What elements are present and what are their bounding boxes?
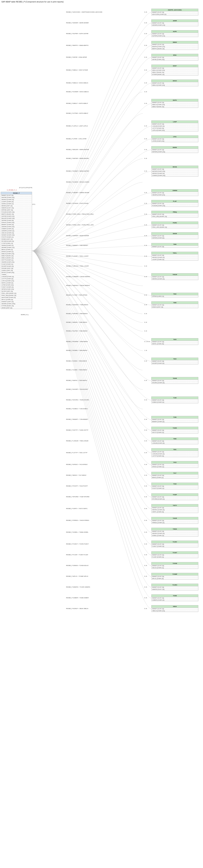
cardinality-label: 0..N (144, 11, 147, 13)
entity-field: GSBER [CHAR (4)] (152, 599, 198, 601)
cardinality-label: 0..N (144, 213, 147, 215)
cardinality-label: 0..N (144, 294, 147, 296)
relation-label: RESBD_P-SOBSL = T460A-SOBSL (66, 531, 88, 533)
cardinality-label: 0..N (144, 586, 147, 588)
entity-header: EKKO (152, 80, 198, 82)
entity-field: MEINS [UNIT (3)] (1, 205, 32, 207)
entity-header: T437V (152, 504, 198, 507)
relation-label: RESBD_P-ROKME = T006-MSEHI (66, 341, 88, 342)
entity-target: T300MANDT [CLNT (3)]LGNUM [CHAR (3)] (151, 437, 198, 444)
entity-field: OBJNR [CHAR (22)] (1, 261, 32, 263)
entity-field: EKGRP [CHAR (3)] (152, 362, 198, 364)
relation-label: RESBD_P-EKORG = T024E-EKORG (66, 399, 89, 401)
entity-field: MANDT [CLNT (3)] (152, 474, 198, 476)
entity-field: ADVCODE [CHAR (2)] (152, 13, 198, 15)
relation-label: RESBD_P-LGORT = T001L-LGORT (66, 255, 88, 257)
entity-field: MANDT [CLNT (3)] (152, 203, 198, 205)
entity-field: ERSKZ [CHAR (1)] (1, 251, 32, 253)
relation-label: RESBD_P-LGTYP = T301-LGTYP (66, 452, 87, 454)
entity-field: MANDT [CLNT (3)] (152, 608, 198, 610)
entity-header: T001W (152, 273, 198, 276)
relation-label: RESBD_P-SERNR = SNUM-SERNR (66, 235, 89, 237)
entity-field: MFLIC [CHAR (3)] (152, 578, 198, 580)
relation-label: RESBD_P-FLGAT = TCA07-FLGAT (66, 554, 88, 556)
entity-field: MATKL [CHAR (9)] (152, 343, 198, 345)
entity-field: MANDT [CLNT (3)] (152, 138, 198, 140)
entity-field: ERSKZ [CHAR (1)] (152, 466, 198, 468)
entity-header: TCK08 (152, 562, 198, 565)
entity-field: BNFPO [NUMC (5)] (152, 48, 198, 50)
cardinality-label: 0..N (144, 321, 147, 323)
entity-field: BANFN [CHAR (10)] (152, 45, 198, 48)
entity-field: ERFME [UNIT (3)] (1, 209, 32, 211)
relation-label: RESBD_P-AENNR = AENR-AENNR (66, 22, 89, 24)
entity-field: POSTP [CHAR (1)] (152, 487, 198, 489)
entity-header: T300 (152, 438, 198, 440)
entity-target: EBANMANDT [CLNT (3)]BANFN [CHAR (10)]BNF… (151, 41, 198, 50)
entity-header: PURG (152, 222, 198, 224)
entity-field: SOBSL [CHAR (2)] (152, 534, 198, 536)
relation-label: RESBD_P-UMLGO = T001L-LGORT (66, 265, 89, 267)
entity-target: T418MANDT [CLNT (3)]POSTP [CHAR (1)] (151, 483, 198, 489)
entity-field: MANDT [CLNT (3)] (152, 254, 198, 256)
entity-header: TC29V (152, 541, 198, 543)
entity-header: T148 (152, 397, 198, 399)
entity-target: T000MANDT [CLNT (3)] (151, 243, 198, 248)
entity-target: PREQMANDT [CLNT (3)]PRIO_REQ [NUMC (3)] (151, 211, 198, 218)
relation-label: RESBD_P-NOMAT = MARA-MATNR (66, 170, 89, 172)
entity-header: AENR (152, 20, 198, 22)
entity-header: T000 (152, 243, 198, 246)
entity-field: LIFNR [CHAR (10)] (1, 284, 32, 286)
relation-label: RESBD_P-BNFPO = EBAN-BNFPO (66, 44, 88, 46)
relation-label: RESBD_P-PLNUM = PLAF-PLNUM (66, 203, 88, 204)
entity-resbd-p: RESBD_P MANDT [CLNT (3)]MATNR [CHAR (18)… (1, 192, 32, 309)
entity-target: VBUKMANDT [CLNT (3)]VBELN [CHAR (10)] (151, 605, 198, 612)
relation-label: RESBD_P-UMWRK = T001W-WERKS (66, 276, 90, 277)
cardinality-label: 0..N (144, 276, 147, 277)
cardinality-label: 0..N (144, 496, 147, 498)
entity-field: EBELE [NUMC (4)] (1, 257, 32, 259)
relation-label: RESBD_P-LGPLA = LAGP-LGPLA (66, 125, 88, 127)
cardinality-label: 0..N (144, 158, 147, 159)
entity-field: MATNR [CHAR (18)] (152, 170, 198, 173)
entity-field: PRIO_URG [NUMC (2)] (1, 292, 32, 294)
entity-field: BEIKZ [CHAR (1)] (1, 249, 32, 251)
page-title: SAP ABAP table RESBD_P (Component struct… (0, 0, 203, 3)
entity-field: MANDT [CLNT (3)] (152, 341, 198, 343)
cardinality-label: 0..N (144, 224, 147, 226)
card-more: MORE (X.1) (21, 314, 28, 315)
entity-header: T301 (152, 448, 198, 451)
entity-field: MANDT [CLNT (3)] (152, 101, 198, 104)
entity-field: KNTTP [CHAR (1)] (152, 431, 198, 433)
entity-field: BNFPO [NUMC (5)] (1, 213, 32, 215)
entity-field: THREE_ ... (1, 274, 32, 276)
entity-field: EBELN [CHAR (10)] (152, 104, 198, 106)
entity-field: WERKS [CHAR (4)] (152, 173, 198, 175)
entity-field: AENNR [CHAR (12)] (1, 247, 32, 249)
entity-field: LTXSP [LANG (1)] (1, 242, 32, 244)
entity-header: TCURC (152, 584, 198, 586)
entity-target: T002SPRAS [LANG (1)] (151, 293, 198, 298)
entity-field: MANDT [CLNT (3)] (152, 485, 198, 487)
entity-target: TCA07MANDT [CLNT (3)]FLGAT [CHAR (1)] (151, 551, 198, 558)
entity-header: T001L (152, 252, 198, 254)
cardinality-label: 0..N (144, 44, 147, 46)
entity-field: MANDT [CLNT (3)] (152, 33, 198, 35)
entity-header: T441R (152, 517, 198, 520)
entity-field: WAERS [CUKY (5)] (1, 207, 32, 209)
entity-field: LGTYP [CHAR (3)] (152, 455, 198, 457)
cardinality-label: 0..N (144, 554, 147, 556)
entity-header: T156 (152, 416, 198, 418)
cardinality-label: 0..N (144, 313, 147, 314)
relation-label: RESBD_P-ROMEI = T006-MSEHI (66, 350, 87, 351)
relation-label: RESBD_P-ERSKZ = T413-ERSKZ (66, 464, 87, 465)
relation-label: RESBD_P-OBJNR = ONR00-OBJNR (66, 192, 89, 193)
entity-field: RFPNT [CHAR (20)] (1, 272, 32, 274)
entity-field: MANDT [CLNT (3)] (152, 565, 198, 567)
card-note-above: E_RESBD_P_2 (7, 189, 17, 191)
entity-field: FLGAT [CHAR (1)] (152, 556, 198, 558)
entity-target: T460AMANDT [CLNT (3)]WERKS [CHAR (4)]SOB… (151, 528, 198, 536)
entity-target: T418FMANDT [CLNT (3)]RFORM [CHAR (2)] (151, 493, 198, 500)
entity-header: PLAF (152, 200, 198, 203)
relation-label: RESBD_P-EKGRP = T024-EKGRP (66, 389, 88, 390)
